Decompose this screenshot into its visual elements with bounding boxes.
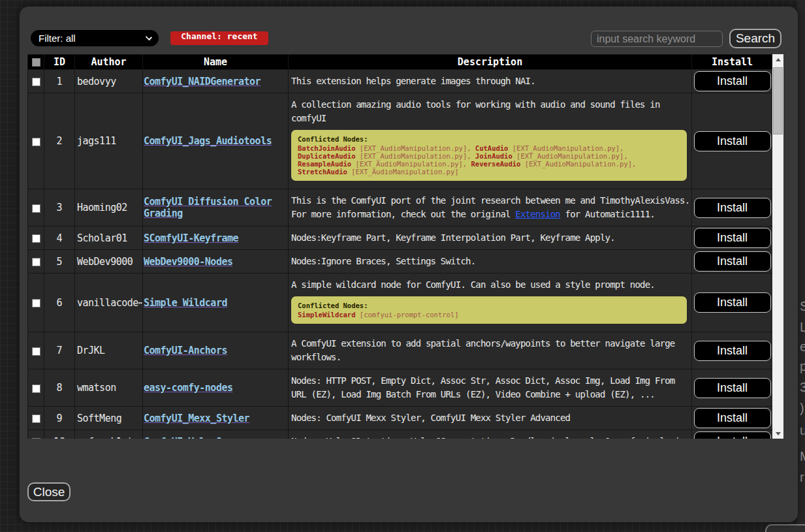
row-description: This extension helps generate images thr…: [289, 70, 692, 93]
conflict-list: SimpleWildcard [comfyui-prompt-control]: [298, 311, 680, 319]
background-menu-fragment: p: [800, 359, 805, 374]
table-row: 7 DrJKL ComfyUI-Anchors A ComfyUI extens…: [28, 332, 773, 369]
row-author: DrJKL: [75, 332, 143, 369]
background-menu-strip: SLep3)uMr: [798, 0, 805, 532]
row-description: Nodes: ComfyUI Mexx Styler, ComfyUI Mexx…: [289, 407, 692, 430]
row-checkbox[interactable]: [32, 78, 40, 86]
row-description: A ComfyUI extension to add spatial ancho…: [289, 332, 692, 369]
row-id: 4: [44, 227, 75, 250]
table-row: 6 vanillacode⋯ Simple Wildcard A simple …: [28, 274, 773, 332]
filter-dropdown[interactable]: Filter: all: [31, 30, 159, 46]
row-checkbox[interactable]: [32, 258, 40, 266]
extension-name-link[interactable]: SComfyUI-Keyframe: [144, 232, 238, 244]
scrollbar-thumb[interactable]: [773, 67, 783, 134]
conflict-list: BatchJoinAudio [EXT_AudioManipulation.py…: [298, 144, 680, 176]
row-description: Nodes: Yolov8Detection, Yolov8Segmentati…: [289, 430, 692, 439]
table-row: 1 bedovyy ComfyUI_NAIDGenerator This ext…: [28, 70, 773, 93]
extension-name-link[interactable]: easy-comfy-nodes: [144, 382, 233, 394]
background-menu-fragment: L: [800, 320, 805, 335]
table-scrollbar[interactable]: [772, 54, 783, 439]
conflict-node-name: JoinAudio: [475, 152, 513, 160]
conflict-node-source: [EXT_AudioManipulation.py],: [508, 144, 623, 152]
conflict-node-source: [EXT_AudioManipulation.py],: [513, 152, 628, 160]
conflict-node-name: ResampleAudio: [298, 160, 351, 168]
table-row: 5 WebDev9000 WebDev9000-Nodes Nodes:Igno…: [28, 250, 773, 274]
background-button-fragment: [765, 524, 805, 532]
row-author: SoftMeng: [75, 407, 143, 430]
conflict-node-source: [EXT_AudioManipulation.py],: [351, 160, 471, 168]
install-button[interactable]: Install: [694, 251, 771, 272]
extension-name-link[interactable]: Simple Wildcard: [144, 297, 227, 309]
conflict-node-name: DuplicateAudio: [298, 152, 356, 160]
row-description: Nodes: HTTP POST, Empty Dict, Assoc Str,…: [289, 369, 692, 407]
conflict-node-source: [comfyui-prompt-control]: [356, 311, 459, 319]
conflicted-nodes-box: Conflicted Nodes: BatchJoinAudio [EXT_Au…: [291, 130, 687, 181]
scrollbar-down-arrow-icon[interactable]: [772, 428, 783, 439]
row-checkbox[interactable]: [32, 299, 40, 307]
row-description: A simple wildcard node for ComfyUI. Can …: [289, 274, 692, 332]
extension-name-link[interactable]: ComfyUI_Mexx_Styler: [144, 413, 249, 424]
row-author: WebDev9000: [75, 250, 143, 274]
table-row: 2 jags111 ComfyUI_Jags_Audiotools A coll…: [28, 93, 773, 189]
install-button[interactable]: Install: [694, 341, 771, 361]
description-text: A collection amazing audio tools for wor…: [291, 99, 660, 123]
conflict-title: Conflicted Nodes:: [298, 135, 680, 143]
close-button[interactable]: Close: [27, 482, 71, 501]
description-text: A simple wildcard node for ComfyUI. Can …: [291, 279, 655, 290]
conflict-title: Conflicted Nodes:: [298, 302, 680, 309]
install-button[interactable]: Install: [694, 71, 771, 91]
install-button[interactable]: Install: [694, 292, 771, 313]
header-description: Description: [289, 55, 692, 70]
row-id: 2: [44, 93, 75, 189]
row-id: 7: [44, 332, 75, 369]
row-author: wmatson: [75, 369, 143, 407]
extension-name-link[interactable]: ComfyUI_Jags_Audiotools: [144, 135, 272, 147]
row-id: 1: [44, 70, 75, 93]
table-header-row: ID Author Name Description Install: [28, 55, 773, 70]
select-all-checkbox[interactable]: [32, 58, 40, 67]
install-button[interactable]: Install: [694, 408, 771, 428]
extension-name-link[interactable]: ComfyUI_NAIDGenerator: [144, 76, 260, 87]
channel-badge[interactable]: Channel: recent: [170, 31, 268, 45]
table-row: 9 SoftMeng ComfyUI_Mexx_Styler Nodes: Co…: [28, 407, 773, 430]
row-author: zcfrank1st: [75, 430, 143, 439]
row-author: Haoming02: [75, 189, 143, 227]
install-button[interactable]: Install: [694, 228, 771, 248]
search-input[interactable]: [591, 31, 723, 47]
extension-name-link[interactable]: ComfyUI-Anchors: [144, 345, 227, 356]
background-menu-fragment: u: [800, 423, 805, 438]
background-menu-fragment: ): [800, 401, 804, 416]
row-checkbox[interactable]: [32, 438, 40, 439]
conflict-node-source: [EXT_AudioManipulation.py],: [356, 144, 475, 152]
row-checkbox[interactable]: [32, 204, 40, 213]
conflicted-nodes-box: Conflicted Nodes: SimpleWildcard [comfyu…: [291, 296, 687, 324]
row-checkbox[interactable]: [32, 138, 40, 146]
install-button[interactable]: Install: [694, 198, 771, 218]
description-text: for Automatic1111.: [560, 209, 655, 219]
extension-name-link[interactable]: ComfyUI Diffusion Color Grading: [144, 196, 272, 219]
search-button[interactable]: Search: [729, 29, 781, 48]
table-row: 4 Scholar01 SComfyUI-Keyframe Nodes:Keyf…: [28, 227, 773, 250]
install-button[interactable]: Install: [694, 131, 771, 151]
row-id: 9: [44, 407, 75, 430]
select-all-header: [28, 55, 44, 70]
extension-name-link[interactable]: WebDev9000-Nodes: [144, 256, 233, 268]
description-extension-link[interactable]: Extension: [515, 209, 560, 219]
conflict-node-source: [EXT_AudioManipulation.py],: [356, 152, 475, 160]
row-id: 3: [44, 189, 75, 227]
row-id: 6: [44, 274, 75, 332]
background-menu-fragment: M: [800, 449, 805, 464]
row-checkbox[interactable]: [32, 234, 40, 243]
background-menu-fragment: e: [800, 339, 805, 354]
scrollbar-up-arrow-icon[interactable]: [772, 54, 783, 65]
install-button[interactable]: Install: [694, 378, 771, 398]
table-row: 8 wmatson easy-comfy-nodes Nodes: HTTP P…: [28, 369, 773, 407]
conflict-node-source: [EXT_AudioManipulation.py]: [347, 168, 459, 176]
row-description: Nodes:Ignore Braces, Settings Switch.: [289, 250, 692, 274]
extension-name-link[interactable]: ComfyUI Yolov8: [144, 436, 221, 439]
install-button[interactable]: Install: [694, 431, 771, 439]
row-checkbox[interactable]: [32, 415, 40, 423]
row-checkbox[interactable]: [32, 384, 40, 393]
conflict-node-name: BatchJoinAudio: [298, 144, 356, 152]
row-checkbox[interactable]: [32, 347, 40, 356]
